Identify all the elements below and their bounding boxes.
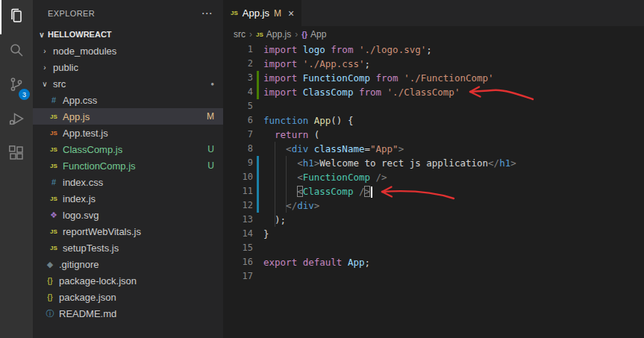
code-line-10[interactable]: 10 <FunctionComp /> — [223, 170, 644, 184]
css-file-icon: # — [47, 96, 60, 104]
code-line-15[interactable]: 15 — [223, 241, 644, 255]
token-id: logo — [297, 44, 331, 55]
activity-explorer-button[interactable] — [0, 0, 33, 34]
line-text: return ( — [253, 128, 319, 142]
activity-run-debug-button[interactable] — [0, 103, 33, 137]
line-text: <h1>Welcome to rect js application</h1> — [253, 156, 516, 170]
tree-item-package-lock-json[interactable]: {}package-lock.json — [33, 272, 223, 289]
token-punc: ( — [308, 129, 319, 140]
js-file-icon: JS — [231, 10, 238, 16]
code-line-3[interactable]: 3import FunctionComp from './FunctionCom… — [223, 71, 644, 85]
code-area[interactable]: 1import logo from './logo.svg';2import '… — [223, 43, 644, 338]
file-label: package-lock.json — [59, 275, 137, 287]
code-line-16[interactable]: 16export default App; — [223, 255, 644, 269]
source-control-badge: 3 — [19, 89, 30, 100]
token-tag: function — [263, 115, 308, 126]
tree-item-index-js[interactable]: JSindex.js — [33, 190, 223, 207]
breadcrumb-app[interactable]: {} App — [301, 29, 326, 40]
explorer-title: EXPLORER — [48, 9, 95, 18]
search-icon — [7, 41, 25, 62]
tree-item-package-json[interactable]: {}package.json — [33, 289, 223, 305]
git-badge: M — [207, 111, 214, 122]
activity-source-control-button[interactable]: 3 — [0, 69, 33, 103]
tree-item-reportwebvitals-js[interactable]: JSreportWebVitals.js — [33, 223, 223, 240]
tree-item-app-js[interactable]: JSApp.jsM — [33, 108, 223, 125]
line-text: import './App.css'; — [253, 57, 370, 71]
line-number: 6 — [223, 113, 253, 128]
breadcrumb-separator-icon: › — [295, 29, 298, 40]
extensions-icon — [7, 144, 25, 165]
file-label: ClassComp.js — [63, 144, 122, 155]
code-line-1[interactable]: 1import logo from './logo.svg'; — [223, 43, 644, 57]
code-line-11[interactable]: 11 <ClassComp /> — [223, 184, 644, 198]
token-id: ClassComp — [297, 87, 359, 98]
explorer-header: EXPLORER ⋯ — [33, 0, 223, 26]
token-kw: export — [263, 257, 297, 268]
token-bm: < — [297, 186, 303, 197]
tab-appjs[interactable]: JS App.js M × — [223, 0, 301, 26]
token-kw: import — [263, 58, 297, 69]
line-text: ); — [253, 213, 286, 227]
token-punc: } — [263, 228, 269, 240]
tree-item-readme-md[interactable]: ⓘREADME.md — [33, 305, 223, 322]
token-punc: = — [364, 143, 370, 154]
code-line-2[interactable]: 2import './App.css'; — [223, 57, 644, 71]
tree-item-functioncomp-js[interactable]: JSFunctionComp.jsU — [33, 157, 223, 174]
code-line-6[interactable]: 6function App() { — [223, 113, 644, 128]
tree-item-setuptests-js[interactable]: JSsetupTests.js — [33, 240, 223, 256]
tree-item-logo-svg[interactable]: ❖logo.svg — [33, 207, 223, 223]
js-file-icon: JS — [47, 113, 60, 120]
tree-item-app-css[interactable]: #App.css — [33, 92, 223, 108]
breadcrumb-label: App — [310, 29, 326, 40]
code-line-17[interactable]: 17 — [223, 269, 644, 284]
gutter-modified-indicator — [257, 170, 259, 184]
md-file-icon: ⓘ — [43, 308, 57, 319]
code-line-14[interactable]: 14} — [223, 227, 644, 241]
breadcrumb-appjs[interactable]: JS App.js — [256, 29, 291, 40]
breadcrumb-label: src — [234, 29, 246, 40]
token-brk: / — [353, 186, 364, 197]
token-str: './App.css' — [297, 58, 364, 69]
chevron-down-icon: ∨ — [39, 80, 51, 88]
code-line-13[interactable]: 13 ); — [223, 213, 644, 227]
code-line-7[interactable]: 7 return ( — [223, 128, 644, 142]
breadcrumb-src[interactable]: src — [234, 29, 246, 40]
line-number: 8 — [223, 142, 253, 156]
line-number: 5 — [223, 99, 253, 113]
token-brk: < — [263, 143, 292, 154]
tree-item--gitignore[interactable]: ◆.gitignore — [33, 256, 223, 272]
tree-item-app-test-js[interactable]: JSApp.test.js — [33, 125, 223, 141]
file-label: FunctionComp.js — [63, 160, 136, 172]
code-line-5[interactable]: 5 — [223, 99, 644, 113]
breadcrumb-separator-icon: › — [249, 29, 252, 40]
tree-item-public[interactable]: ›public — [33, 59, 223, 75]
tab-bar: JS App.js M × — [223, 0, 644, 26]
tree-item-node-modules[interactable]: ›node_modules — [33, 43, 223, 59]
code-line-9[interactable]: 9 <h1>Welcome to rect js application</h1… — [223, 156, 644, 170]
tree-item-index-css[interactable]: #index.css — [33, 174, 223, 190]
file-label: node_modules — [53, 46, 116, 57]
gutter-modified-indicator — [257, 184, 259, 198]
modified-dot: ● — [210, 81, 214, 87]
gutter-added-indicator — [257, 71, 259, 85]
token-punc: ; — [426, 44, 432, 55]
file-label: reportWebVitals.js — [63, 226, 141, 237]
more-actions-icon[interactable]: ⋯ — [201, 7, 213, 20]
code-line-8[interactable]: 8 <div className="App"> — [223, 142, 644, 156]
tree-item-classcomp-js[interactable]: JSClassComp.jsU — [33, 141, 223, 157]
activity-bar: 3 — [0, 0, 33, 338]
tab-git-badge: M — [274, 8, 281, 19]
tree-item-src[interactable]: ∨src● — [33, 75, 223, 92]
activity-search-button[interactable] — [0, 34, 33, 69]
token-brk: < — [263, 172, 303, 183]
close-icon[interactable]: × — [288, 7, 294, 19]
line-text — [253, 99, 263, 113]
vscode-window: 3 EXPLORER ⋯ ∨ HELLOWREACT ›node_modules… — [0, 0, 644, 338]
file-label: public — [53, 62, 78, 73]
tree-root-hellowreact[interactable]: ∨ HELLOWREACT — [33, 26, 223, 43]
code-line-4[interactable]: 4import ClassComp from './ClassComp' — [223, 85, 644, 99]
js-file-icon: JS — [47, 228, 60, 235]
code-line-12[interactable]: 12 </div> — [223, 198, 644, 213]
activity-extensions-button[interactable] — [0, 137, 33, 172]
token-punc: Welcome to rect js application — [319, 157, 488, 169]
